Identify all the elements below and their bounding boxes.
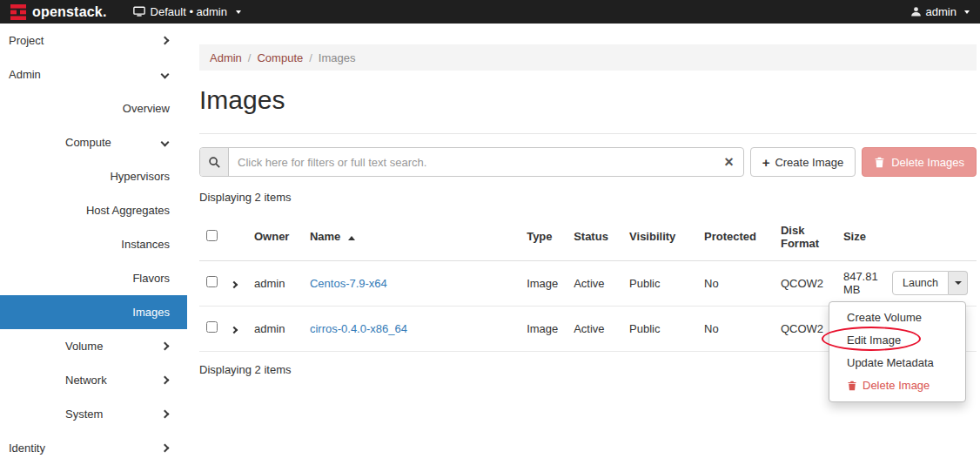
sidebar-item-network[interactable]: Network	[0, 363, 187, 397]
sidebar-nav: Project Admin Overview Compute Hyperviso…	[0, 24, 187, 465]
actions-dropdown-menu: Create Volume Edit Image Update Metadata…	[829, 301, 966, 402]
row-expander-icon[interactable]	[231, 280, 238, 287]
context-label: Default • admin	[151, 5, 227, 18]
sidebar-item-flavors[interactable]: Flavors	[0, 261, 187, 295]
sidebar-label: Compute	[65, 136, 111, 149]
main-content: Admin / Compute / Images Images	[187, 24, 980, 465]
sidebar-item-volume[interactable]: Volume	[0, 329, 187, 363]
breadcrumb-separator: /	[309, 51, 312, 64]
chevron-right-icon	[161, 444, 170, 453]
chevron-down-icon	[161, 71, 170, 79]
search-icon-cell	[200, 148, 229, 176]
cell-owner: admin	[247, 260, 303, 306]
sidebar-item-host-aggregates[interactable]: Host Aggregates	[0, 193, 187, 227]
breadcrumb: Admin / Compute / Images	[199, 44, 977, 71]
column-header-visibility[interactable]: Visibility	[622, 213, 697, 260]
chevron-right-icon	[161, 342, 170, 351]
cell-visibility: Public	[622, 306, 697, 351]
monitor-icon	[133, 6, 145, 17]
brand-text: openstack.	[32, 4, 107, 20]
plus-icon: +	[762, 156, 770, 169]
sidebar-label: Volume	[65, 340, 103, 353]
cell-status: Active	[567, 306, 622, 351]
column-header-type[interactable]: Type	[520, 213, 567, 260]
delete-images-button[interactable]: Delete Images	[862, 147, 977, 177]
menu-item-update-metadata[interactable]: Update Metadata	[829, 352, 965, 374]
select-all-checkbox[interactable]	[206, 230, 218, 241]
user-name: admin	[926, 5, 957, 18]
sidebar-item-system[interactable]: System	[0, 397, 187, 431]
clear-search-icon[interactable]: ×	[724, 154, 734, 170]
item-count-top: Displaying 2 items	[199, 191, 977, 204]
images-table: Owner Name Type Status Visibility Protec…	[199, 213, 977, 352]
column-header-owner[interactable]: Owner	[247, 213, 303, 260]
trash-icon	[847, 381, 857, 391]
sidebar-label: Images	[132, 306, 170, 319]
delete-image-label: Delete Image	[863, 377, 930, 394]
sidebar-label: Admin	[9, 68, 41, 81]
cell-disk-format: QCOW2	[774, 260, 836, 306]
cell-owner: admin	[247, 306, 303, 351]
sidebar-label: Identity	[9, 441, 45, 455]
chevron-down-icon	[161, 138, 170, 147]
image-link[interactable]: cirros-0.4.0-x86_64	[310, 322, 407, 335]
breadcrumb-current: Images	[319, 51, 356, 64]
column-header-actions	[885, 213, 977, 260]
user-menu[interactable]: admin	[910, 5, 970, 18]
cell-size: 847.81 MB	[836, 260, 885, 306]
row-expander-icon[interactable]	[231, 326, 238, 333]
sidebar-label: Host Aggregates	[86, 204, 170, 217]
row-checkbox[interactable]	[206, 321, 218, 333]
sidebar-label: Hypervisors	[110, 170, 170, 183]
menu-item-create-volume[interactable]: Create Volume	[829, 307, 965, 329]
search-icon	[208, 156, 221, 169]
trash-icon	[874, 157, 885, 168]
sidebar-item-overview[interactable]: Overview	[0, 91, 187, 125]
openstack-brand[interactable]: openstack.	[10, 4, 107, 20]
chevron-right-icon	[161, 410, 170, 419]
sidebar-item-project[interactable]: Project	[0, 24, 187, 57]
chevron-right-icon	[161, 376, 170, 385]
menu-item-edit-image[interactable]: Edit Image	[829, 329, 965, 352]
cell-protected: No	[697, 306, 774, 351]
divider	[199, 133, 977, 134]
breadcrumb-admin[interactable]: Admin	[210, 51, 242, 64]
chevron-down-icon	[236, 10, 241, 14]
column-header-size[interactable]: Size	[836, 213, 885, 260]
sidebar-label: System	[65, 408, 103, 421]
sidebar-item-compute[interactable]: Compute	[0, 125, 187, 159]
actions-dropdown-toggle[interactable]	[949, 271, 968, 295]
sidebar-item-instances[interactable]: Instances	[0, 227, 187, 261]
sidebar-item-admin[interactable]: Admin	[0, 57, 187, 91]
openstack-dashboard: openstack. Default • admin admin Project	[0, 0, 980, 465]
sidebar-item-identity[interactable]: Identity	[0, 431, 187, 465]
launch-button[interactable]: Launch	[892, 271, 949, 295]
filter-search-bar: ×	[199, 147, 744, 177]
openstack-logo-icon	[10, 4, 26, 20]
topbar: openstack. Default • admin admin	[0, 0, 980, 24]
cell-disk-format: QCOW2	[774, 306, 836, 351]
column-header-status[interactable]: Status	[567, 213, 622, 260]
column-header-name[interactable]: Name	[303, 213, 520, 260]
page-title: Images	[199, 85, 977, 115]
sidebar-label: Flavors	[132, 272, 170, 285]
row-checkbox[interactable]	[206, 276, 218, 287]
menu-item-delete-image[interactable]: Delete Image	[829, 374, 965, 397]
sidebar-item-images[interactable]: Images	[0, 295, 187, 329]
image-link[interactable]: Centos-7.9-x64	[310, 277, 387, 290]
sidebar-label: Overview	[123, 102, 170, 115]
create-image-button[interactable]: + Create Image	[750, 147, 856, 177]
sidebar-label: Project	[9, 34, 44, 47]
breadcrumb-compute[interactable]: Compute	[257, 51, 303, 64]
table-header-row: Owner Name Type Status Visibility Protec…	[199, 213, 977, 260]
chevron-down-icon	[964, 10, 970, 14]
sort-ascending-icon	[348, 236, 355, 240]
sidebar-label: Instances	[121, 238, 170, 251]
domain-project-switcher[interactable]: Default • admin	[133, 5, 241, 18]
sidebar-item-hypervisors[interactable]: Hypervisors	[0, 159, 187, 193]
column-header-protected[interactable]: Protected	[697, 213, 774, 260]
search-input[interactable]	[229, 156, 715, 169]
delete-images-label: Delete Images	[891, 156, 964, 169]
user-icon	[910, 6, 922, 17]
column-header-disk-format[interactable]: Disk Format	[774, 213, 836, 260]
